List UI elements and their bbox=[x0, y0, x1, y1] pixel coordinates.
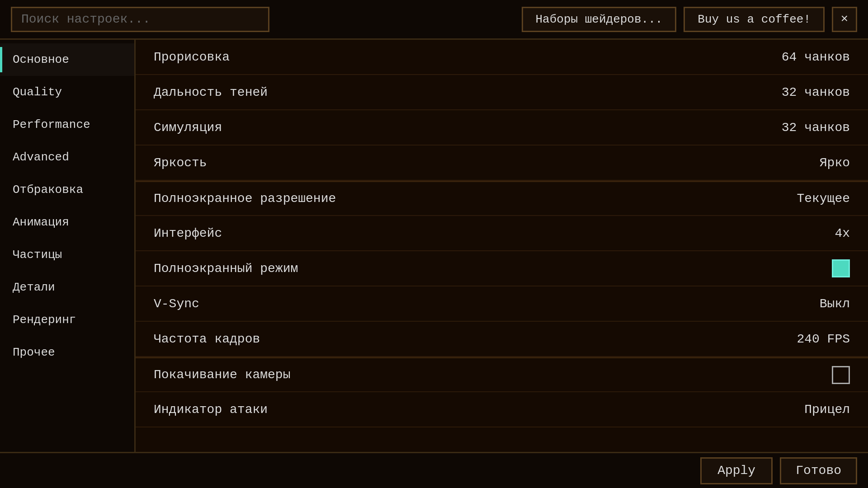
setting-row-vsync[interactable]: V-SyncВыкл bbox=[136, 286, 868, 322]
close-button[interactable]: × bbox=[832, 7, 857, 32]
setting-name-fullscreen-resolution: Полноэкранное разрешение bbox=[154, 192, 797, 206]
setting-value-shadow-distance: 32 чанков bbox=[782, 85, 850, 99]
coffee-button[interactable]: Buy us a coffee! bbox=[684, 7, 825, 32]
sidebar-item-advanced[interactable]: Advanced bbox=[0, 141, 134, 174]
setting-row-shadow-distance[interactable]: Дальность теней32 чанков bbox=[136, 75, 868, 110]
sidebar-item-main[interactable]: Основное bbox=[0, 43, 134, 76]
setting-name-camera-bob: Покачивание камеры bbox=[154, 368, 832, 382]
setting-name-vsync: V-Sync bbox=[154, 297, 820, 311]
setting-value-vsync: Выкл bbox=[820, 297, 850, 311]
content-area: Прорисовка64 чанковДальность теней32 чан… bbox=[136, 40, 868, 452]
settings-list: Прорисовка64 чанковДальность теней32 чан… bbox=[136, 40, 868, 452]
apply-button[interactable]: Apply bbox=[700, 457, 773, 484]
setting-name-render-distance: Прорисовка bbox=[154, 50, 782, 64]
sidebar-item-culling[interactable]: Отбраковка bbox=[0, 174, 134, 206]
sidebar-item-details[interactable]: Детали bbox=[0, 271, 134, 304]
search-input[interactable] bbox=[11, 7, 269, 32]
sidebar: ОсновноеQualityPerformanceAdvancedОтбрак… bbox=[0, 40, 136, 452]
setting-name-simulation: Симуляция bbox=[154, 121, 782, 135]
setting-row-simulation[interactable]: Симуляция32 чанков bbox=[136, 110, 868, 145]
setting-name-brightness: Яркость bbox=[154, 156, 820, 170]
sidebar-item-animation[interactable]: Анимация bbox=[0, 206, 134, 239]
sidebar-item-other[interactable]: Прочее bbox=[0, 336, 134, 369]
header: Наборы шейдеров... Buy us a coffee! × bbox=[0, 0, 868, 40]
app-container: Наборы шейдеров... Buy us a coffee! × Ос… bbox=[0, 0, 868, 488]
shader-packs-button[interactable]: Наборы шейдеров... bbox=[522, 7, 677, 32]
checkbox-fullscreen[interactable] bbox=[832, 259, 850, 277]
setting-value-brightness: Ярко bbox=[820, 156, 850, 170]
setting-name-fullscreen: Полноэкранный режим bbox=[154, 262, 832, 276]
sidebar-item-quality[interactable]: Quality bbox=[0, 76, 134, 108]
done-button[interactable]: Готово bbox=[780, 457, 857, 484]
setting-value-framerate: 240 FPS bbox=[797, 332, 850, 346]
setting-value-simulation: 32 чанков bbox=[782, 121, 850, 135]
setting-row-fullscreen[interactable]: Полноэкранный режим bbox=[136, 251, 868, 286]
setting-value-attack-indicator: Прицел bbox=[804, 403, 850, 417]
sidebar-item-particles[interactable]: Частицы bbox=[0, 239, 134, 271]
setting-row-brightness[interactable]: ЯркостьЯрко bbox=[136, 145, 868, 181]
setting-row-attack-indicator[interactable]: Индикатор атакиПрицел bbox=[136, 392, 868, 427]
main-area: ОсновноеQualityPerformanceAdvancedОтбрак… bbox=[0, 40, 868, 452]
setting-name-gui-scale: Интерфейс bbox=[154, 226, 835, 240]
setting-name-shadow-distance: Дальность теней bbox=[154, 85, 782, 99]
footer: Apply Готово bbox=[0, 452, 868, 488]
setting-row-camera-bob[interactable]: Покачивание камеры bbox=[136, 357, 868, 392]
setting-row-fullscreen-resolution[interactable]: Полноэкранное разрешениеТекущее bbox=[136, 181, 868, 216]
checkbox-camera-bob[interactable] bbox=[832, 366, 850, 384]
setting-value-fullscreen-resolution: Текущее bbox=[797, 192, 850, 206]
setting-row-render-distance[interactable]: Прорисовка64 чанков bbox=[136, 40, 868, 75]
setting-name-attack-indicator: Индикатор атаки bbox=[154, 403, 804, 417]
setting-row-framerate[interactable]: Частота кадров240 FPS bbox=[136, 322, 868, 357]
sidebar-item-rendering[interactable]: Рендеринг bbox=[0, 304, 134, 336]
sidebar-item-performance[interactable]: Performance bbox=[0, 108, 134, 141]
setting-row-gui-scale[interactable]: Интерфейс4x bbox=[136, 216, 868, 251]
setting-name-framerate: Частота кадров bbox=[154, 332, 797, 346]
setting-value-render-distance: 64 чанков bbox=[782, 50, 850, 64]
setting-value-gui-scale: 4x bbox=[835, 226, 850, 240]
